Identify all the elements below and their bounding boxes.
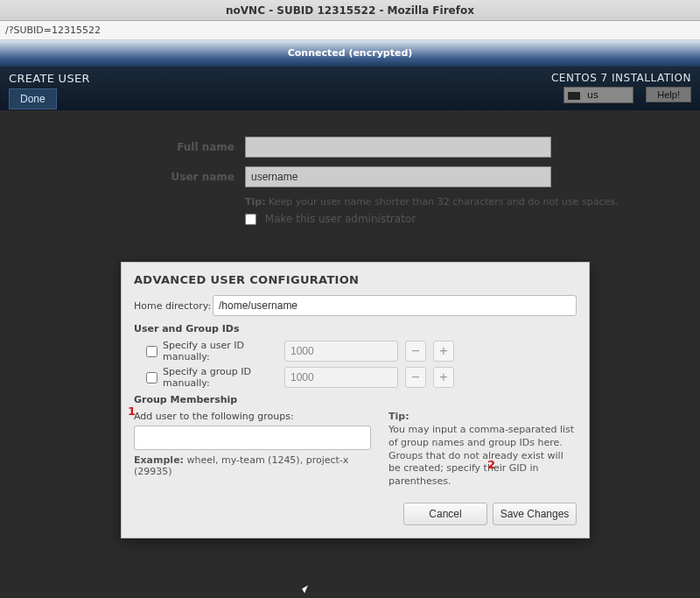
groups-tip-text: You may input a comma-separated list of … bbox=[388, 424, 574, 487]
cancel-button[interactable]: Cancel bbox=[403, 503, 487, 525]
url-text: /?SUBID=12315522 bbox=[5, 25, 101, 36]
groups-heading: Group Membership bbox=[134, 394, 577, 405]
header-right: CENTOS 7 INSTALLATION us Help! bbox=[551, 72, 691, 103]
groups-tip: Tip: You may input a comma-separated lis… bbox=[388, 411, 577, 489]
gid-input bbox=[284, 367, 398, 388]
uid-input bbox=[284, 341, 398, 362]
keyboard-layout-text: us bbox=[587, 89, 598, 101]
groups-label: Add user to the following groups: bbox=[134, 411, 371, 422]
groups-left-col: Add user to the following groups: Exampl… bbox=[134, 411, 371, 489]
vnc-status-text: Connected (encrypted) bbox=[288, 47, 413, 59]
home-dir-input[interactable] bbox=[213, 295, 577, 316]
uid-label-text: Specify a user ID manually: bbox=[163, 340, 277, 362]
gid-checkbox[interactable] bbox=[146, 372, 158, 383]
window-title: noVNC - SUBID 12315522 - Mozilla Firefox bbox=[226, 4, 474, 17]
anaconda-header: CREATE USER Done CENTOS 7 INSTALLATION u… bbox=[0, 67, 700, 110]
gid-decrement[interactable]: − bbox=[405, 367, 426, 388]
keyboard-icon bbox=[568, 92, 580, 100]
done-button[interactable]: Done bbox=[9, 88, 57, 109]
vnc-canvas: Connected (encrypted) CREATE USER Done C… bbox=[0, 40, 700, 598]
gid-checkbox-label[interactable]: Specify a group ID manually: bbox=[146, 366, 277, 389]
groups-input[interactable] bbox=[134, 426, 371, 450]
url-bar[interactable]: /?SUBID=12315522 bbox=[0, 21, 700, 40]
groups-example: Example: wheel, my-team (1245), project-… bbox=[134, 454, 371, 477]
uid-checkbox-label[interactable]: Specify a user ID manually: bbox=[146, 340, 277, 362]
home-dir-label: Home directory: bbox=[134, 300, 213, 312]
vnc-status-banner: Connected (encrypted) bbox=[0, 40, 700, 67]
ids-heading: User and Group IDs bbox=[134, 323, 577, 334]
gid-increment[interactable]: + bbox=[433, 367, 454, 388]
window-titlebar: noVNC - SUBID 12315522 - Mozilla Firefox bbox=[0, 0, 700, 21]
dialog-title: ADVANCED USER CONFIGURATION bbox=[134, 273, 577, 286]
advanced-user-dialog: ADVANCED USER CONFIGURATION Home directo… bbox=[121, 262, 590, 538]
main-content: Full name User name Tip: Keep your user … bbox=[0, 110, 700, 598]
keyboard-layout-indicator[interactable]: us bbox=[564, 87, 634, 103]
uid-decrement[interactable]: − bbox=[405, 341, 426, 362]
uid-checkbox[interactable] bbox=[146, 346, 158, 357]
gid-label-text: Specify a group ID manually: bbox=[163, 366, 277, 389]
example-label: Example: bbox=[134, 454, 184, 466]
dialog-buttons: Cancel Save Changes bbox=[134, 503, 577, 525]
groups-tip-label: Tip: bbox=[388, 411, 410, 422]
installation-title: CENTOS 7 INSTALLATION bbox=[551, 72, 691, 84]
help-button[interactable]: Help! bbox=[646, 87, 691, 102]
uid-row: Specify a user ID manually: − + bbox=[146, 340, 577, 362]
save-changes-button[interactable]: Save Changes bbox=[493, 503, 577, 525]
gid-row: Specify a group ID manually: − + bbox=[146, 366, 577, 389]
uid-increment[interactable]: + bbox=[433, 341, 454, 362]
